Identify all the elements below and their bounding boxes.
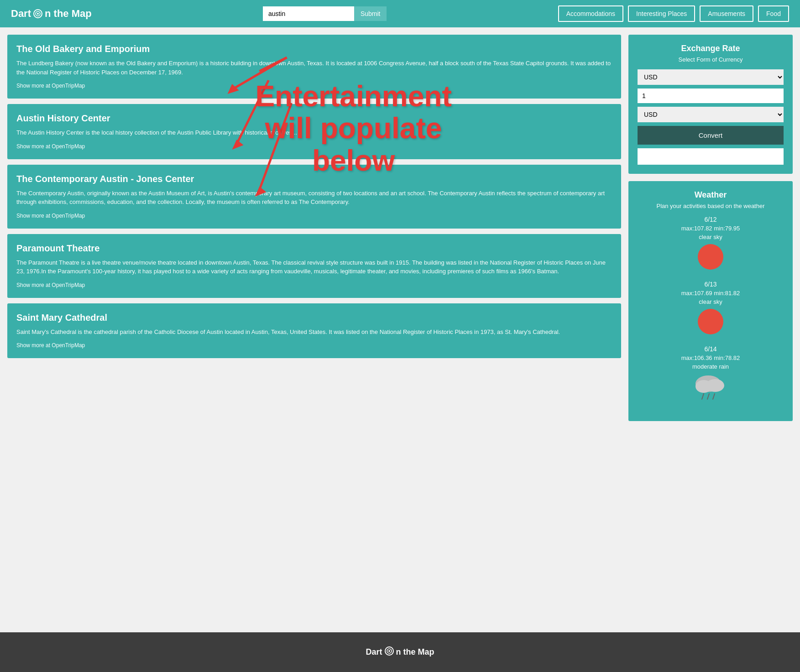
svg-point-18: [388, 650, 390, 652]
weather-date-1: 6/12: [638, 216, 784, 223]
left-column: Entertainment will populate below The Ol…: [7, 35, 621, 625]
conversion-result: [638, 148, 784, 165]
footer-text1: Dart: [366, 647, 382, 657]
weather-day-1: 6/12 max:107.82 min:79.95 clear sky: [638, 216, 784, 271]
nav-accommodations[interactable]: Accommodations: [558, 5, 623, 22]
from-currency-select[interactable]: USD EUR GBP JPY CAD AUD CHF CNY MXN: [638, 69, 784, 85]
place-card-jones-center: The Contemporary Austin - Jones Center T…: [7, 165, 621, 229]
exchange-title: Exchange Rate: [638, 44, 784, 53]
weather-date-2: 6/13: [638, 281, 784, 288]
place-link-old-bakery[interactable]: Show more at OpenTripMap: [16, 83, 85, 89]
exchange-rate-widget: Exchange Rate Select Form of Currency US…: [628, 35, 793, 174]
site-header: Dart n the Map Submit Accommodations Int…: [0, 0, 800, 27]
weather-condition-2: clear sky: [638, 298, 784, 305]
weather-title: Weather: [638, 190, 784, 200]
svg-line-14: [707, 394, 709, 399]
main-content: Entertainment will populate below The Ol…: [0, 27, 800, 632]
weather-temps-1: max:107.82 min:79.95: [638, 225, 784, 232]
place-link-saint-mary[interactable]: Show more at OpenTripMap: [16, 342, 85, 349]
footer-dart-icon: [384, 646, 394, 658]
place-desc-saint-mary: Saint Mary's Cathedral is the cathedral …: [16, 328, 612, 337]
search-input[interactable]: [263, 6, 354, 21]
logo: Dart n the Map: [11, 8, 92, 20]
right-column: Exchange Rate Select Form of Currency US…: [628, 35, 793, 625]
submit-button[interactable]: Submit: [354, 6, 387, 21]
weather-subtitle: Plan your activities based on the weathe…: [638, 203, 784, 209]
place-card-austin-history: Austin History Center The Austin History…: [7, 104, 621, 159]
place-desc-jones-center: The Contemporary Austin, originally know…: [16, 189, 612, 207]
weather-condition-3: moderate rain: [638, 363, 784, 370]
rain-icon-3: [695, 374, 727, 403]
svg-point-2: [37, 13, 39, 15]
logo-text1: Dart: [11, 8, 31, 20]
weather-condition-1: clear sky: [638, 234, 784, 240]
svg-line-15: [713, 394, 715, 399]
place-card-paramount: Paramount Theatre The Paramount Theatre …: [7, 234, 621, 298]
logo-dart-icon: [33, 9, 43, 19]
to-currency-select[interactable]: USD EUR GBP JPY CAD AUD CHF CNY MXN: [638, 107, 784, 122]
exchange-subtitle: Select Form of Currency: [638, 56, 784, 63]
weather-date-3: 6/14: [638, 345, 784, 353]
weather-day-2: 6/13 max:107.69 min:81.82 clear sky: [638, 281, 784, 336]
place-title-paramount: Paramount Theatre: [16, 243, 612, 254]
weather-widget: Weather Plan your activities based on th…: [628, 181, 793, 421]
footer-text2: n the Map: [396, 647, 434, 657]
svg-point-12: [706, 379, 724, 392]
svg-line-13: [702, 394, 704, 399]
sun-icon-1: [698, 244, 723, 270]
amount-input[interactable]: [638, 89, 784, 103]
place-desc-old-bakery: The Lundberg Bakery (now known as the Ol…: [16, 59, 612, 77]
sun-icon-2: [698, 309, 723, 334]
place-link-paramount[interactable]: Show more at OpenTripMap: [16, 282, 85, 288]
place-desc-paramount: The Paramount Theatre is a live theatre …: [16, 258, 612, 276]
place-card-old-bakery: The Old Bakery and Emporium The Lundberg…: [7, 35, 621, 99]
site-footer: Dart n the Map: [0, 632, 800, 672]
nav-amusements[interactable]: Amusements: [700, 5, 753, 22]
nav-interesting-places[interactable]: Interesting Places: [628, 5, 695, 22]
convert-button[interactable]: Convert: [638, 126, 784, 145]
place-link-jones-center[interactable]: Show more at OpenTripMap: [16, 213, 85, 219]
weather-day-3: 6/14 max:106.36 min:78.82 moderate rain: [638, 345, 784, 403]
search-area: Submit: [263, 6, 387, 21]
weather-temps-3: max:106.36 min:78.82: [638, 354, 784, 361]
place-title-saint-mary: Saint Mary Cathedral: [16, 313, 612, 323]
nav-food[interactable]: Food: [758, 5, 789, 22]
place-title-austin-history: Austin History Center: [16, 113, 612, 124]
place-desc-austin-history: The Austin History Center is the local h…: [16, 128, 612, 137]
logo-text2: n the Map: [45, 8, 92, 20]
place-card-saint-mary: Saint Mary Cathedral Saint Mary's Cathed…: [7, 303, 621, 359]
place-title-old-bakery: The Old Bakery and Emporium: [16, 44, 612, 54]
nav-buttons: Accommodations Interesting Places Amusem…: [558, 5, 789, 22]
weather-temps-2: max:107.69 min:81.82: [638, 290, 784, 297]
place-title-jones-center: The Contemporary Austin - Jones Center: [16, 174, 612, 184]
place-link-austin-history[interactable]: Show more at OpenTripMap: [16, 143, 85, 150]
